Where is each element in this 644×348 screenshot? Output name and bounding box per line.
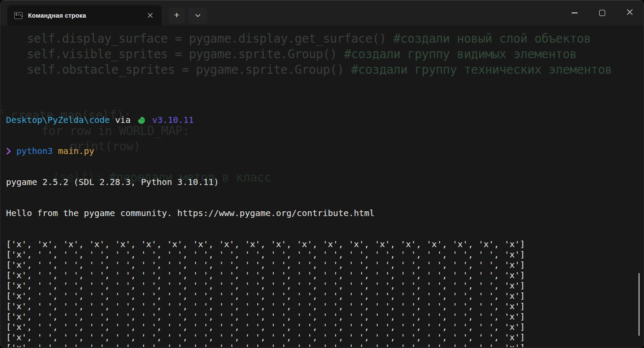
close-icon bbox=[626, 9, 633, 17]
command-line: python3 main.py bbox=[6, 146, 525, 156]
tab-dropdown-button[interactable] bbox=[188, 7, 207, 24]
via-label: via bbox=[115, 115, 131, 125]
console-text: Desktop\PyZelda\code via v3.10.11 python… bbox=[6, 32, 525, 347]
terminal-window: C:\_ Командная строка + self.display_sur… bbox=[0, 0, 644, 348]
world-map-row: ['x', ' ', ' ', ' ', ' ', ' ', ' ', ' ',… bbox=[6, 260, 525, 270]
world-map-row: ['x', ' ', ' ', ' ', ' ', ' ', ' ', ' ',… bbox=[6, 322, 525, 332]
world-map-row: ['x', ' ', ' ', ' ', ' ', ' ', ' ', ' ',… bbox=[6, 291, 525, 301]
command-name: python3 bbox=[16, 146, 53, 156]
world-map-row: ['x', ' ', ' ', ' ', ' ', ' ', ' ', ' ',… bbox=[6, 280, 525, 291]
world-map-row: ['x', ' ', ' ', ' ', ' ', ' ', ' ', ' ',… bbox=[6, 301, 525, 311]
plus-icon: + bbox=[174, 10, 179, 20]
python-snake-icon bbox=[137, 116, 146, 127]
world-map-row: ['x', ' ', ' ', ' ', ' ', ' ', ' ', ' ',… bbox=[6, 332, 525, 342]
python-version: v3.10.11 bbox=[152, 115, 194, 125]
cwd-path: Desktop\PyZelda\code bbox=[6, 115, 110, 125]
minimize-button[interactable] bbox=[561, 0, 588, 25]
tab-close-icon[interactable] bbox=[145, 11, 155, 20]
maximize-button[interactable] bbox=[588, 0, 616, 25]
cmd-icon: C:\_ bbox=[14, 12, 22, 19]
minimize-icon bbox=[572, 13, 578, 13]
output-pygame-version: pygame 2.5.2 (SDL 2.28.3, Python 3.10.11… bbox=[6, 177, 525, 187]
world-map-row: ['x', 'x', 'x', 'x', 'x', 'x', 'x', 'x',… bbox=[6, 239, 525, 249]
maximize-icon bbox=[599, 10, 605, 16]
blank-line bbox=[6, 53, 525, 63]
world-map-row: ['x', ' ', ' ', ' ', ' ', ' ', ' ', ' ',… bbox=[6, 270, 525, 280]
titlebar[interactable]: C:\_ Командная строка + bbox=[0, 0, 644, 25]
blank-line bbox=[6, 84, 525, 94]
chevron-down-icon bbox=[195, 12, 201, 19]
world-map-row: ['x', ' ', ' ', ' ', ' ', ' ', ' ', ' ',… bbox=[6, 249, 525, 260]
tab-title: Командная строка bbox=[28, 12, 86, 19]
world-map-output: ['x', 'x', 'x', 'x', 'x', 'x', 'x', 'x',… bbox=[6, 239, 525, 347]
command-argument: main.py bbox=[58, 146, 94, 156]
tab-command-prompt[interactable]: C:\_ Командная строка bbox=[7, 5, 162, 25]
scrollbar-thumb[interactable] bbox=[638, 273, 640, 336]
output-pygame-hello: Hello from the pygame community. https:/… bbox=[6, 208, 525, 218]
prompt-line-1: Desktop\PyZelda\code via v3.10.11 bbox=[6, 115, 525, 125]
terminal-viewport[interactable]: self.display_surface = pygame.display.ge… bbox=[1, 25, 643, 347]
world-map-row: ['x', ' ', ' ', ' ', ' ', ' ', ' ', ' ',… bbox=[6, 311, 525, 322]
world-map-row: ['x', ' ', ' ', ' ', ' ', ' ', ' ', ' ',… bbox=[6, 342, 525, 347]
new-tab-button[interactable]: + bbox=[169, 7, 185, 24]
close-button[interactable] bbox=[616, 0, 644, 25]
prompt-char-icon bbox=[6, 147, 11, 157]
window-controls bbox=[561, 0, 644, 25]
